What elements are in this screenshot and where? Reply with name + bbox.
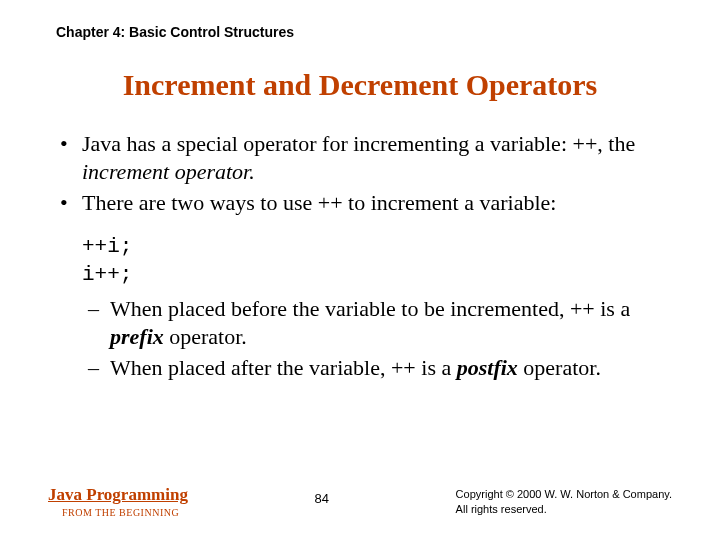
sub-bullet-item: When placed before the variable to be in…: [82, 295, 672, 350]
sub-emphasis: postfix: [457, 355, 518, 380]
slide: Chapter 4: Basic Control Structures Incr…: [0, 0, 720, 540]
sub-text: When placed before the variable to be in…: [110, 296, 630, 321]
sub-emphasis: prefix: [110, 324, 164, 349]
footer: Java Programming FROM THE BEGINNING 84 C…: [48, 485, 672, 518]
copyright-block: Copyright © 2000 W. W. Norton & Company.…: [456, 487, 672, 517]
chapter-label: Chapter 4: Basic Control Structures: [56, 24, 672, 40]
sub-text: operator.: [164, 324, 247, 349]
book-title: Java Programming: [48, 485, 188, 505]
code-line: ++i;: [82, 233, 672, 261]
code-line: i++;: [82, 261, 672, 289]
bullet-item: There are two ways to use ++ to incremen…: [56, 189, 672, 217]
copyright-line: All rights reserved.: [456, 502, 672, 517]
bullet-emphasis: increment operator.: [82, 159, 255, 184]
code-block: ++i; i++;: [82, 233, 672, 290]
bullet-text: There are two ways to use ++ to incremen…: [82, 190, 556, 215]
copyright-line: Copyright © 2000 W. W. Norton & Company.: [456, 487, 672, 502]
sub-text: When placed after the variable, ++ is a: [110, 355, 457, 380]
bullet-item: Java has a special operator for incremen…: [56, 130, 672, 185]
page-number: 84: [315, 491, 329, 506]
bullet-text: Java has a special operator for incremen…: [82, 131, 635, 156]
sub-bullet-item: When placed after the variable, ++ is a …: [82, 354, 672, 382]
book-subtitle: FROM THE BEGINNING: [62, 507, 188, 518]
bullet-list: Java has a special operator for incremen…: [56, 130, 672, 217]
sub-bullet-list: When placed before the variable to be in…: [82, 295, 672, 382]
slide-title: Increment and Decrement Operators: [48, 68, 672, 102]
sub-text: operator.: [518, 355, 601, 380]
book-title-block: Java Programming FROM THE BEGINNING: [48, 485, 188, 518]
